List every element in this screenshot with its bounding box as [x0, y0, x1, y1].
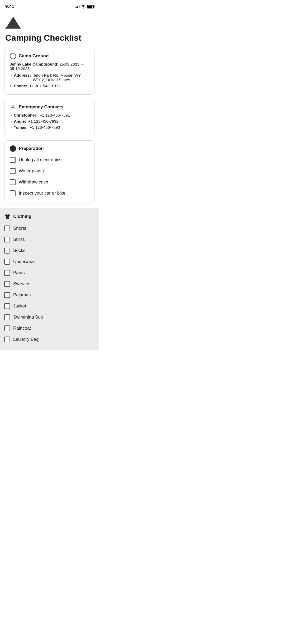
info-icon: i	[10, 53, 16, 59]
checkbox-sweater[interactable]	[4, 281, 10, 287]
checklist-item-0: Unplug all electronics	[10, 154, 89, 165]
campground-address: Address: Teton Park Rd, Moose, WY 83012,…	[10, 73, 89, 82]
clothing-title: Clothing	[13, 214, 31, 219]
checkbox-withdraw-cash[interactable]	[10, 179, 16, 185]
status-icons	[75, 5, 94, 8]
checkbox-shorts[interactable]	[4, 226, 10, 231]
clothing-section-header: Clothing	[4, 208, 95, 223]
checkbox-underwear[interactable]	[4, 259, 10, 265]
clothing-item-sweater: Sweater	[4, 278, 95, 289]
campground-name: Jenny Lake Campground: 25.09.2023 → 05.1…	[10, 62, 89, 71]
preparation-checklist: Unplug all electronics Water plants With…	[10, 154, 89, 199]
svg-point-0	[12, 105, 14, 107]
clothing-item-jacket: Jacket	[4, 301, 95, 312]
shirt-icon	[4, 213, 11, 220]
campground-card-header: i Camp Ground	[10, 53, 89, 59]
clothing-item-socks: Socks	[4, 245, 95, 256]
tent-logo-icon	[5, 16, 21, 29]
checkbox-water-plants[interactable]	[10, 168, 16, 174]
clothing-item-pants: Pants	[4, 267, 95, 278]
checkbox-swimming-suit[interactable]	[4, 314, 10, 320]
header: Camping Checklist	[0, 12, 99, 48]
checkbox-shirts[interactable]	[4, 237, 10, 242]
wifi-icon	[81, 5, 86, 8]
contact-christopher: Christopher: +1 123-456-7891	[10, 113, 89, 117]
battery-icon	[87, 5, 94, 8]
clothing-item-shorts: Shorts	[4, 223, 95, 234]
checklist-item-2: Withdraw cash	[10, 177, 89, 188]
checkbox-pajamas[interactable]	[4, 292, 10, 298]
clothing-checklist: Shorts Shirts Socks Underwear Pants Swea…	[4, 223, 95, 345]
clothing-section: Clothing Shorts Shirts Socks Underwear P…	[0, 208, 99, 350]
checkbox-inspect-car[interactable]	[10, 190, 16, 196]
campground-title: Camp Ground	[19, 53, 49, 59]
clothing-item-pajamas: Pajamas	[4, 289, 95, 301]
emergency-contacts-card: Emergency Contacts Christopher: +1 123-4…	[4, 99, 95, 136]
preparation-header: Preparation	[10, 145, 89, 152]
dot-icon	[10, 145, 16, 152]
signal-icon	[75, 5, 79, 8]
campground-phone: Phone: +1 307-543-3100	[10, 84, 89, 88]
page-title: Camping Checklist	[5, 33, 94, 43]
preparation-title: Preparation	[19, 146, 44, 151]
campground-details: Address: Teton Park Rd, Moose, WY 83012,…	[10, 73, 89, 88]
checkbox-jacket[interactable]	[4, 303, 10, 309]
checkbox-socks[interactable]	[4, 248, 10, 254]
main-content: i Camp Ground Jenny Lake Campground: 25.…	[0, 48, 99, 204]
emergency-contacts-header: Emergency Contacts	[10, 104, 89, 110]
checkbox-laundry-bag[interactable]	[4, 337, 10, 342]
checklist-item-1: Water plants	[10, 165, 89, 177]
checkbox-pants[interactable]	[4, 270, 10, 276]
person-icon	[10, 104, 16, 110]
checklist-item-3: Inspect your car or bike	[10, 188, 89, 199]
clothing-item-shirts: Shirts	[4, 234, 95, 245]
status-time: 9:41	[5, 4, 14, 9]
preparation-card: Preparation Unplug all electronics Water…	[4, 140, 95, 204]
clothing-item-laundry-bag: Laundry Bag	[4, 334, 95, 345]
contact-tomas: Tomas: +1 123-456-7893	[10, 125, 89, 130]
emergency-contacts-title: Emergency Contacts	[19, 104, 63, 110]
campground-card: i Camp Ground Jenny Lake Campground: 25.…	[4, 48, 95, 95]
clothing-item-swimming-suit: Swimming Suit	[4, 312, 95, 323]
clothing-item-raincoat: Raincoat	[4, 323, 95, 334]
clothing-item-underwear: Underwear	[4, 256, 95, 267]
status-bar: 9:41	[0, 0, 99, 12]
checkbox-raincoat[interactable]	[4, 325, 10, 331]
emergency-contacts-list: Christopher: +1 123-456-7891 Angie: +1 1…	[10, 113, 89, 130]
contact-angie: Angie: +1 123-456-7892	[10, 119, 89, 123]
checkbox-unplug[interactable]	[10, 157, 16, 163]
